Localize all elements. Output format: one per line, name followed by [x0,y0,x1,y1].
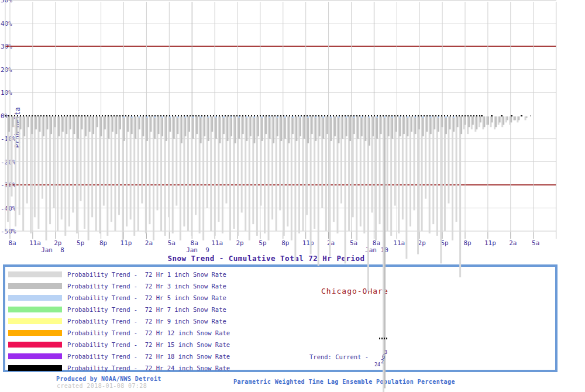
legend-label: Probability Trend - 72 Hr 3 inch Snow Ra… [67,283,226,290]
mini-inset-value: 24 [374,362,380,367]
legend-label: Probability Trend - 72 Hr 1 inch Snow Ra… [67,271,226,278]
x-tick-label: 2a [136,239,161,247]
x-tick-label: 5a [523,239,549,247]
x-tick-label: 11p [295,239,321,247]
legend-swatch-24in [8,365,62,371]
legend-label: Probability Trend - 72 Hr 5 inch Snow Ra… [67,294,226,301]
legend-item: Probability Trend - 72 Hr 7 inch Snow Ra… [8,304,226,315]
mini-trend-dotted-line [379,338,388,339]
y-tick-label: -30% [1,181,16,189]
legend-label: Probability Trend - 72 Hr 15 inch Snow R… [67,341,230,348]
x-tick-label: 2a [318,239,344,247]
y-tick-label: -50% [1,228,16,235]
y-tick-label: 30% [1,43,12,50]
x-tick-label: 8p [91,239,116,247]
legend-swatch-7in [8,307,62,312]
station-name: Chicago-OHare [321,287,388,295]
y-tick-label: 0% [1,112,8,120]
footer-method: Parametric Weighted Time Lag Ensemble Po… [233,379,455,385]
x-tick-label: 11p [477,239,503,247]
legend-swatch-5in [8,295,62,301]
x-tick-label: 11p [113,239,139,247]
x-day-label: Jan 8 [35,246,70,254]
x-tick-label: 2p [227,239,253,247]
legend-item: Probability Trend - 72 Hr 18 inch Snow R… [8,350,230,362]
x-tick-label: 5p [432,239,457,247]
footer-produced-by: Produced by NOAA/NWS Detroit [56,376,161,382]
legend-label: Probability Trend - 72 Hr 24 inch Snow R… [67,365,230,372]
legend-box: Probability Trend - 72 Hr 1 inch Snow Ra… [3,264,558,372]
x-tick-label: 8p [273,239,298,247]
mini-inset-value: 2 [381,359,384,365]
y-axis-title: Prob Delta [13,95,22,160]
legend-label: Probability Trend - 72 Hr 12 inch Snow R… [67,329,230,336]
x-tick-label: 2a [500,239,526,247]
legend-swatch-12in [8,330,62,336]
legend-item: Probability Trend - 72 Hr 15 inch Snow R… [8,339,230,350]
footer-created-timestamp: created 2018-01-08 07:28 [57,383,147,389]
x-tick-label: 2p [409,239,435,247]
legend-item: Probability Trend - 72 Hr 12 inch Snow R… [8,327,230,339]
legend-label: Probability Trend - 72 Hr 9 inch Snow Ra… [67,318,226,325]
legend-swatch-3in [8,283,62,289]
x-tick-label: 8p [455,239,480,247]
legend-swatch-1in [8,271,62,277]
chart-title: Snow Trend - Cumulative Total 72 Hr Peri… [167,254,364,263]
y-tick-label: 10% [1,89,12,97]
legend-item: Probability Trend - 72 Hr 5 inch Snow Ra… [8,292,226,304]
x-tick-label: 5p [68,239,94,247]
y-tick-label: 20% [1,66,12,74]
legend-swatch-15in [8,342,62,348]
legend-swatch-18in [8,353,62,359]
legend-label: Probability Trend - 72 Hr 18 inch Snow R… [67,353,230,360]
legend-item: Probability Trend - 72 Hr 24 inch Snow R… [8,362,230,374]
legend-swatch-9in [8,318,62,324]
legend-item: Probability Trend - 72 Hr 9 inch Snow Ra… [8,315,226,327]
y-tick-label: 50% [1,0,12,4]
y-tick-label: -40% [1,205,16,212]
x-day-label: Jan 10 [359,246,394,254]
legend-item: Probability Trend - 72 Hr 3 inch Snow Ra… [8,280,226,292]
trend-current-label: Trend: Current - [309,353,369,360]
legend-label: Probability Trend - 72 Hr 7 inch Snow Ra… [67,306,226,313]
legend-item: Probability Trend - 72 Hr 1 inch Snow Ra… [8,269,226,280]
x-day-label: Jan 9 [180,246,215,254]
x-tick-label: 8a [0,239,25,247]
y-tick-label: 40% [1,20,12,27]
x-tick-label: 5p [250,239,276,247]
